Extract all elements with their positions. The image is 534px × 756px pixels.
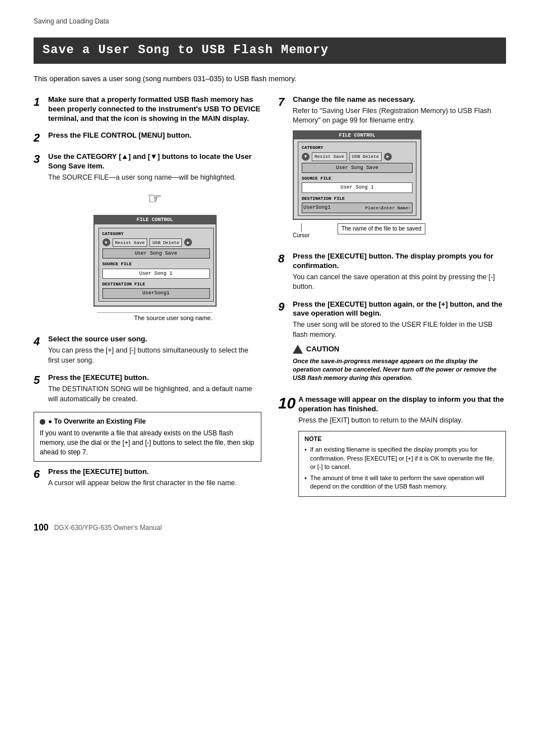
overwrite-body: If you want to overwrite a file that alr…: [40, 429, 255, 457]
step-3-num: 3: [34, 152, 46, 166]
notes-header: NOTE: [305, 435, 500, 443]
step-7-content: Change the file name as necessary. Refer…: [293, 95, 506, 244]
display1-category-label: CATEGORY: [102, 231, 210, 237]
caution-triangle-icon: [293, 345, 303, 354]
display2-btn1: Resist Save: [312, 152, 347, 161]
step-4-title: Select the source user song.: [48, 335, 261, 344]
two-col-layout: 1 Make sure that a properly formatted US…: [34, 95, 506, 505]
notes-section: NOTE If an existing filename is specifie…: [298, 431, 506, 497]
step-5-content: Press the [EXECUTE] button. The DESTINAT…: [48, 373, 261, 404]
step-9-title: Press the [EXECUTE] button again, or the…: [293, 300, 506, 319]
step-6-title: Press the [EXECUTE] button.: [48, 467, 261, 477]
caution-box: CAUTION Once the save-in-progress messag…: [293, 344, 506, 382]
page-footer: 100 DGX-630/YPG-635 Owner's Manual: [34, 522, 506, 534]
step-5: 5 Press the [EXECUTE] button. The DESTIN…: [34, 373, 261, 404]
circle-btn-right2: ▶: [384, 153, 392, 161]
caution-body: Once the save-in-progress message appear…: [293, 357, 506, 383]
circle-btn-right: ▶: [184, 238, 192, 246]
step-10-body: Press the [EXIT] button to return to the…: [298, 416, 506, 426]
page-container: Saving and Loading Data Save a User Song…: [0, 0, 534, 551]
display1-caption: The source user song name.: [97, 312, 213, 322]
display1-btn1: Resist Save: [113, 238, 148, 247]
display2-dest-row: UserSong1 Place\Enter Name›: [302, 203, 413, 213]
step-10: 10 A message will appear on the display …: [278, 395, 506, 497]
display2-dest-label: DESTINATION FILE: [302, 195, 413, 201]
display2-btn2: USB Delete: [349, 152, 382, 161]
display2-category-label: CATEGORY: [302, 144, 413, 151]
display2-name-label: Place\Enter Name›: [365, 205, 411, 211]
step-7: 7 Change the file name as necessary. Ref…: [278, 95, 506, 244]
step-3-body: The SOURCE FILE—a user song name—will be…: [48, 173, 261, 183]
display1-title: FILE CONTROL: [95, 216, 216, 224]
step-7-title: Change the file name as necessary.: [293, 95, 506, 105]
step-3-title: Use the CATEGORY [▲] and [▼] buttons to …: [48, 152, 261, 171]
caution-label: CAUTION: [306, 344, 339, 354]
step-6: 6 Press the [EXECUTE] button. A cursor w…: [34, 467, 261, 488]
note-item-1: If an existing filename is specified the…: [305, 445, 500, 471]
step-9-content: Press the [EXECUTE] button again, or the…: [293, 300, 506, 387]
step-8-title: Press the [EXECUTE] button. The display …: [293, 252, 506, 271]
display2-labels: Cursor The name of the file to be saved: [293, 223, 506, 240]
step-2-content: Press the FILE CONTROL [MENU] button.: [48, 131, 261, 140]
step-2-num: 2: [34, 131, 46, 144]
step-2: 2 Press the FILE CONTROL [MENU] button.: [34, 131, 261, 144]
step-4-body: You can press the [+] and [-] buttons si…: [48, 346, 261, 365]
step-4-num: 4: [34, 335, 46, 348]
step-6-body: A cursor will appear below the first cha…: [48, 478, 261, 489]
file-name-caption: The name of the file to be saved: [338, 223, 425, 234]
display2-middle-label: User Song Save: [302, 163, 413, 173]
step-2-title: Press the FILE CONTROL [MENU] button.: [48, 131, 261, 140]
cursor-line: [301, 223, 302, 232]
page-number: 100: [34, 522, 49, 534]
section-title: Save a User Song to USB Flash Memory: [34, 37, 506, 64]
step-7-body: Refer to "Saving User Files (Registratio…: [293, 106, 506, 126]
step-4-content: Select the source user song. You can pre…: [48, 335, 261, 365]
display-1: FILE CONTROL CATEGORY ▼ Resist Save USB …: [93, 215, 217, 307]
cursor-indicator: Cursor: [293, 223, 310, 240]
step-9-body: The user song will be stored to the USER…: [293, 320, 506, 340]
display2-source-field: User Song 1: [302, 182, 413, 193]
step-10-num: 10: [278, 395, 296, 412]
hand-icon: ☞: [148, 187, 162, 209]
notes-list: If an existing filename is specified the…: [305, 445, 500, 491]
step-1-title: Make sure that a properly formatted USB …: [48, 95, 261, 124]
step-1-num: 1: [34, 95, 46, 109]
step-3: 3 Use the CATEGORY [▲] and [▼] buttons t…: [34, 152, 261, 327]
step-6-content: Press the [EXECUTE] button. A cursor wil…: [48, 467, 261, 488]
step-5-body: The DESTINATION SONG will be highlighted…: [48, 384, 261, 404]
right-column: 7 Change the file name as necessary. Ref…: [278, 95, 506, 505]
step-8-num: 8: [278, 252, 291, 265]
caution-title-row: CAUTION: [293, 344, 506, 354]
step-10-content: A message will appear on the display to …: [298, 395, 506, 497]
step-4: 4 Select the source user song. You can p…: [34, 335, 261, 365]
display1-btn2: USB Delete: [149, 238, 182, 247]
step-9: 9 Press the [EXECUTE] button again, or t…: [278, 300, 506, 387]
step-3-content: Use the CATEGORY [▲] and [▼] buttons to …: [48, 152, 261, 327]
dot-icon: [40, 419, 45, 425]
step-5-title: Press the [EXECUTE] button.: [48, 373, 261, 383]
step-1-content: Make sure that a properly formatted USB …: [48, 95, 261, 124]
display-2-container: FILE CONTROL CATEGORY ▼ Resist Save USB …: [293, 130, 506, 240]
display2-title: FILE CONTROL: [294, 132, 420, 140]
intro-text: This operation saves a user song (song n…: [34, 74, 506, 84]
left-column: 1 Make sure that a properly formatted US…: [34, 95, 261, 505]
header-text: Saving and Loading Data: [34, 17, 109, 25]
circle-btn-left: ▼: [102, 238, 110, 246]
display-2: FILE CONTROL CATEGORY ▼ Resist Save USB …: [293, 130, 421, 220]
display2-source-label: SOURCE FILE: [302, 175, 413, 181]
overwrite-note: ● To Overwrite an Existing File If you w…: [34, 412, 261, 462]
step-6-num: 6: [34, 467, 46, 481]
display1-dest-field: UserSong1: [102, 288, 210, 299]
display1-middle-label: User Song Save: [102, 248, 210, 259]
circle-btn-left2: ▼: [302, 153, 310, 161]
display1-source-label: SOURCE FILE: [102, 261, 210, 267]
step-10-title: A message will appear on the display to …: [298, 395, 506, 414]
step-1: 1 Make sure that a properly formatted US…: [34, 95, 261, 124]
section-title-text: Save a User Song to USB Flash Memory: [43, 43, 329, 57]
display1-source-field: User Song 1: [102, 269, 210, 279]
display1-dest-label: DESTINATION FILE: [102, 281, 210, 287]
cursor-label: Cursor: [293, 232, 310, 240]
step-8-body: You can cancel the save operation at thi…: [293, 273, 506, 292]
page-header: Saving and Loading Data: [34, 17, 506, 26]
step-5-num: 5: [34, 373, 46, 387]
